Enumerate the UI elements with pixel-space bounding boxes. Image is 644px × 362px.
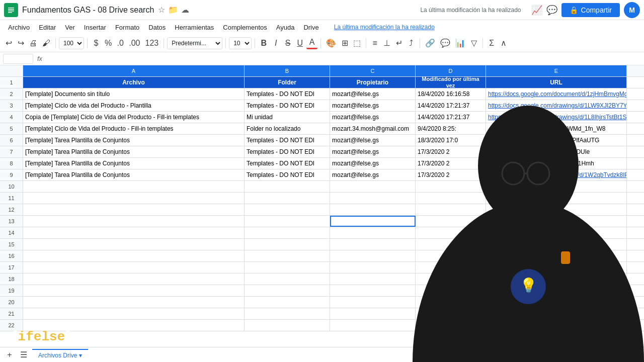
formula-input[interactable] — [46, 55, 641, 62]
cell-B5[interactable]: Folder no localizado — [245, 123, 330, 134]
align-button[interactable]: ≡ — [369, 38, 380, 49]
col-header-e[interactable]: E — [486, 65, 627, 76]
cell-B6[interactable]: Templates - DO NOT EDI — [245, 135, 330, 146]
cell-E18[interactable] — [486, 274, 627, 285]
format-number-button[interactable]: 123 — [143, 38, 160, 49]
cell-A12[interactable] — [23, 204, 245, 215]
cell-E12[interactable] — [486, 204, 627, 215]
cell-C12[interactable] — [330, 204, 416, 215]
cell-C5[interactable]: mozart.34.mosh@gmail.com — [330, 123, 416, 134]
cell-A13[interactable] — [23, 216, 245, 227]
cell-C6[interactable]: mozart@ifelse.gs — [330, 135, 416, 146]
cell-B17[interactable] — [245, 262, 330, 273]
borders-button[interactable]: ⊞ — [339, 37, 350, 49]
cell-A17[interactable] — [23, 262, 245, 273]
cell-A6[interactable]: [Template] Tarea Plantilla de Conjuntos — [23, 135, 245, 146]
cloud-icon[interactable]: ☁ — [181, 5, 189, 15]
cell-A9[interactable]: [Template] Tarea Plantilla de Conjuntos — [23, 169, 245, 180]
col-header-d[interactable]: D — [416, 65, 486, 76]
cell-D22[interactable] — [416, 320, 486, 331]
valign-button[interactable]: ⊥ — [381, 37, 392, 49]
font-select[interactable]: Predetermi... — [167, 37, 222, 49]
rotate-button[interactable]: ⤴ — [406, 38, 417, 49]
cell-B2[interactable]: Templates - DO NOT EDI — [245, 88, 330, 100]
cell-B8[interactable]: Templates - DO NOT EDI — [245, 158, 330, 169]
cell-e1[interactable]: URL — [486, 77, 627, 88]
filter-button[interactable]: ▽ — [468, 37, 479, 49]
cell-E6[interactable]: oogle.com/drawings/d/1Clk6elZPlfAaUTG — [486, 135, 627, 146]
add-sheet-button[interactable]: + — [4, 349, 15, 360]
underline-button[interactable]: U — [294, 38, 305, 49]
cell-B15[interactable] — [245, 239, 330, 250]
menu-datos[interactable]: Datos — [144, 23, 170, 32]
cell-C14[interactable] — [330, 227, 416, 238]
cell-E13[interactable] — [486, 216, 627, 227]
avatar[interactable]: M — [624, 2, 640, 18]
cell-D2[interactable]: 18/4/2020 16:16:58 — [416, 88, 486, 100]
menu-ayuda[interactable]: Ayuda — [272, 23, 299, 32]
cell-a1[interactable]: Archivo — [23, 77, 245, 88]
cell-A19[interactable] — [23, 285, 245, 296]
cell-E17[interactable] — [486, 262, 627, 273]
cell-C9[interactable]: mozart@ifelse.gs — [330, 169, 416, 180]
cell-A15[interactable] — [23, 239, 245, 250]
cell-C11[interactable] — [330, 193, 416, 204]
col-header-b[interactable]: B — [245, 65, 330, 76]
cell-D14[interactable] — [416, 227, 486, 238]
cell-D15[interactable] — [416, 239, 486, 250]
cell-B22[interactable] — [245, 320, 330, 331]
cell-E16[interactable] — [486, 250, 627, 261]
cell-C3[interactable]: mozart@ifelse.gs — [330, 100, 416, 111]
cell-E2[interactable]: https://docs.google.com/document/d/1zjHm… — [486, 88, 627, 100]
cell-d1[interactable]: Modificado por última vez — [416, 77, 486, 88]
cell-A21[interactable] — [23, 308, 245, 319]
cell-A4[interactable]: Copia de [Template] Ciclo de Vida del Pr… — [23, 112, 245, 123]
cell-D10[interactable] — [416, 181, 486, 192]
undo-button[interactable]: ↩ — [3, 37, 14, 49]
cell-E10[interactable] — [486, 181, 627, 192]
cell-C22[interactable] — [330, 320, 416, 331]
cell-C4[interactable]: mozart@ifelse.gs — [330, 112, 416, 123]
cell-D6[interactable]: 18/3/2020 17:0 — [416, 135, 486, 146]
cell-D17[interactable] — [416, 262, 486, 273]
menu-formato[interactable]: Formato — [111, 23, 143, 32]
sheet-menu-button[interactable]: ☰ — [18, 349, 29, 360]
menu-ver[interactable]: Ver — [61, 23, 79, 32]
cell-B21[interactable] — [245, 308, 330, 319]
link-button[interactable]: 🔗 — [423, 37, 437, 49]
cell-A2[interactable]: [Template] Documento sin título — [23, 88, 245, 100]
redo-button[interactable]: ↪ — [15, 37, 26, 49]
comment-icon[interactable]: 💬 — [546, 5, 557, 16]
cell-reference-input[interactable] — [3, 54, 33, 64]
percent-button[interactable]: % — [103, 38, 114, 49]
cell-D7[interactable]: 17/3/2020 2 — [416, 146, 486, 157]
cell-C20[interactable] — [330, 297, 416, 308]
wrap-button[interactable]: ↵ — [393, 37, 405, 49]
cell-E11[interactable] — [486, 193, 627, 204]
italic-button[interactable]: I — [270, 38, 281, 49]
cell-B12[interactable] — [245, 204, 330, 215]
fill-color-button[interactable]: 🎨 — [324, 37, 338, 49]
cell-B13[interactable] — [245, 216, 330, 227]
cell-C7[interactable]: mozart@ifelse.gs — [330, 146, 416, 157]
cell-B4[interactable]: Mi unidad — [245, 112, 330, 123]
cell-B9[interactable]: Templates - DO NOT EDI — [245, 169, 330, 180]
cell-b1[interactable]: Folder — [245, 77, 330, 88]
cell-E22[interactable] — [486, 320, 627, 331]
cell-A7[interactable]: [Template] Tarea Plantilla de Conjuntos — [23, 146, 245, 157]
cell-D19[interactable] — [416, 285, 486, 296]
decimal-decrease-button[interactable]: .0 — [115, 38, 126, 49]
cell-B19[interactable] — [245, 285, 330, 296]
cell-C18[interactable] — [330, 274, 416, 285]
sheet-tab-archivos-drive[interactable]: Archivos Drive ▾ — [32, 349, 88, 361]
comment-toolbar-button[interactable]: 💬 — [438, 37, 452, 49]
cell-C21[interactable] — [330, 308, 416, 319]
cell-C8[interactable]: mozart@ifelse.gs — [330, 158, 416, 169]
cell-D9[interactable]: 17/3/2020 2 — [416, 169, 486, 180]
cell-D12[interactable] — [416, 204, 486, 215]
cell-A8[interactable]: [Template] Tarea Plantilla de Conjuntos — [23, 158, 245, 169]
menu-editar[interactable]: Editar — [35, 23, 60, 32]
text-color-button[interactable]: A — [306, 37, 317, 49]
cell-B18[interactable] — [245, 274, 330, 285]
cell-E20[interactable] — [486, 297, 627, 308]
